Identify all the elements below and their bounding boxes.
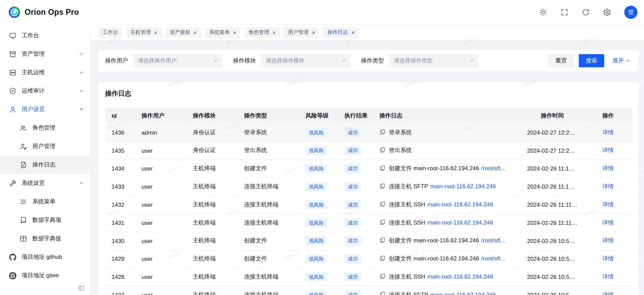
result-badge: 成功	[345, 182, 361, 191]
sidebar-item-dict-value[interactable]: 数据字典值	[0, 229, 90, 248]
detail-link[interactable]: 详情	[602, 237, 614, 244]
sidebar-collapse-button[interactable]	[77, 284, 86, 293]
tab-asset-auth[interactable]: 资产授权×	[165, 27, 201, 38]
log-link[interactable]: main-root-116.62.194.246	[427, 201, 493, 208]
log-text: 登录系统	[389, 129, 412, 135]
chevron-down-icon	[79, 70, 84, 75]
close-icon[interactable]: ×	[312, 30, 315, 35]
cell-module: 主机终端	[186, 232, 238, 250]
detail-link[interactable]: 详情	[602, 291, 614, 295]
result-badge: 成功	[345, 164, 361, 173]
fullscreen-icon[interactable]	[560, 8, 568, 16]
log-link[interactable]: main-root-116.62.194.246	[427, 219, 493, 226]
detail-link[interactable]: 详情	[602, 201, 614, 208]
sidebar-item-ops-audit[interactable]: 运维审计	[0, 82, 90, 100]
refresh-icon[interactable]	[582, 8, 590, 16]
sidebar-item-label: 运维审计	[22, 87, 79, 95]
log-link[interactable]: main-root-116.62.194.246	[430, 291, 496, 295]
detail-link[interactable]: 详情	[602, 129, 614, 135]
tab-label: 资产授权	[170, 29, 190, 36]
settings-icon[interactable]	[603, 8, 611, 16]
risk-badge: 低风险	[306, 182, 327, 191]
sidebar-item-host-ops[interactable]: 主机运维	[0, 63, 90, 82]
sidebar-item-user-mgmt[interactable]: 用户管理	[0, 137, 90, 155]
cell-action: 详情	[584, 214, 632, 232]
detail-link[interactable]: 详情	[602, 147, 614, 154]
cell-risk: 低风险	[299, 232, 338, 250]
detail-link[interactable]: 详情	[602, 255, 614, 262]
log-text: 连接主机 SFTP	[389, 291, 428, 295]
log-link[interactable]: main-root-116.62.194.246	[427, 273, 493, 280]
tab-bar: 工作台主机管理×资产授权×系统菜单×角色管理×用户管理×操作日志×	[90, 24, 644, 40]
close-icon[interactable]: ×	[351, 30, 355, 35]
sidebar-item-label: 工作台	[22, 32, 84, 39]
detail-link[interactable]: 详情	[602, 219, 614, 226]
sidebar-item-dict-item[interactable]: 数据字典项	[0, 211, 90, 229]
log-link[interactable]: /root/sft…	[481, 255, 506, 262]
cell-log: 创建文件 main-root-116.62.194.246/root/sft…	[373, 232, 521, 250]
tab-label: 主机管理	[130, 29, 151, 36]
tab-op-log[interactable]: 操作日志×	[324, 27, 359, 38]
sidebar-item-label: 数据字典项	[33, 216, 84, 224]
tab-label: 用户管理	[288, 29, 308, 36]
tab-role-mgmt[interactable]: 角色管理×	[245, 27, 280, 38]
log-link[interactable]: /root/sft…	[481, 165, 506, 171]
cell-id: 1427	[105, 286, 135, 295]
reset-button[interactable]: 重置	[548, 54, 574, 67]
tab-system-menu[interactable]: 系统菜单×	[205, 27, 240, 38]
tab-host-mgmt[interactable]: 主机管理×	[126, 27, 161, 38]
sidebar-item-github[interactable]: 项目地址 github	[0, 248, 90, 266]
risk-badge: 低风险	[306, 218, 327, 227]
op-module-select[interactable]: 请选择操作模块	[261, 54, 350, 67]
column-header: id	[105, 108, 135, 123]
op-user-select[interactable]: 请选择操作用户	[133, 54, 222, 67]
menu-lines-icon	[20, 198, 27, 205]
sidebar-item-role-mgmt[interactable]: 角色管理	[0, 118, 90, 137]
sidebar-item-system-settings[interactable]: 系统设置	[0, 174, 90, 192]
log-link[interactable]: main-root-116.62.194.246	[430, 183, 496, 190]
op-type-select[interactable]: 请选择操作类型	[389, 54, 478, 67]
filter-fields: 操作用户请选择操作用户操作模块请选择操作模块操作类型请选择操作类型	[105, 54, 478, 67]
close-icon[interactable]: ×	[154, 30, 157, 35]
expand-toggle[interactable]: 展开	[612, 57, 631, 64]
sidebar-item-asset-mgmt[interactable]: 资产管理	[0, 45, 90, 63]
chevron-down-icon	[79, 88, 84, 94]
sidebar-item-op-log[interactable]: 操作日志	[0, 155, 90, 174]
watermark-text: admin	[641, 78, 644, 88]
table-row: 1436admin身份认证登录系统低风险成功登录系统2024-02-27 12:…	[105, 124, 632, 142]
sidebar-item-gitee[interactable]: 项目地址 gitee	[0, 266, 90, 285]
filter-panel: 操作用户请选择操作用户操作模块请选择操作模块操作类型请选择操作类型 重置 搜索 …	[98, 50, 639, 71]
detail-link[interactable]: 详情	[602, 273, 614, 280]
close-icon[interactable]: ×	[233, 30, 236, 35]
cell-type: 连接主机终端	[238, 196, 299, 214]
close-icon[interactable]: ×	[194, 30, 197, 35]
cell-module: 身份认证	[186, 124, 238, 142]
cell-id: 1428	[105, 268, 135, 286]
tab-user-mgmt[interactable]: 用户管理×	[284, 27, 319, 38]
sidebar-item-system-menu[interactable]: 系统菜单	[0, 192, 90, 211]
gitee-icon	[9, 272, 16, 279]
tab-workbench[interactable]: 工作台	[98, 27, 122, 38]
sidebar-item-label: 用户管理	[33, 143, 84, 150]
cell-action: 详情	[584, 196, 632, 214]
detail-link[interactable]: 详情	[602, 183, 614, 190]
brand[interactable]: Orion Ops Pro	[8, 6, 79, 18]
copy-icon	[380, 201, 386, 207]
sidebar-item-user-settings[interactable]: 用户设置	[0, 100, 90, 118]
filter-group-op-type: 操作类型请选择操作类型	[361, 54, 479, 67]
sun-icon[interactable]	[539, 8, 547, 16]
cell-time: 2024-02-26 10:58:35	[521, 232, 584, 250]
sidebar-item-label: 操作日志	[33, 161, 84, 168]
cell-module: 主机终端	[186, 214, 238, 232]
risk-badge: 低风险	[306, 200, 327, 209]
sidebar-item-workbench[interactable]: 工作台	[0, 26, 90, 45]
book-icon	[20, 216, 27, 224]
cell-time: 2024-02-26 11:13:14	[521, 159, 584, 178]
detail-link[interactable]: 详情	[602, 165, 614, 171]
result-badge: 成功	[345, 128, 361, 137]
user-avatar[interactable]: 管	[624, 6, 637, 19]
close-icon[interactable]: ×	[273, 30, 276, 35]
log-link[interactable]: /root/sft…	[481, 237, 506, 244]
chevron-down-icon	[341, 58, 346, 63]
search-button[interactable]: 搜索	[579, 54, 604, 67]
